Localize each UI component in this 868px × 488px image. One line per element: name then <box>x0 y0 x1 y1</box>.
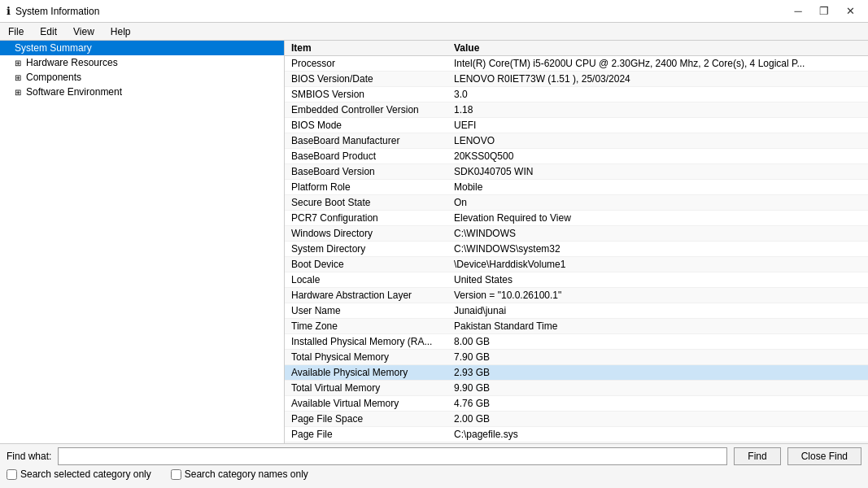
expand-icon-hardware: ⊞ <box>15 59 24 68</box>
table-cell-value: 4.76 GB <box>447 396 868 412</box>
table-row: Embedded Controller Version1.18 <box>285 102 868 118</box>
sidebar-label-software-environment: Software Environment <box>26 86 122 98</box>
table-cell-item: System Directory <box>285 242 447 257</box>
table-cell-item: BIOS Version/Date <box>285 72 447 87</box>
table-cell-value: 9.90 GB <box>447 381 868 396</box>
table-row: BaseBoard Product20KSS0Q500 <box>285 149 868 164</box>
table-cell-value: Elevation Required to View <box>447 211 868 226</box>
table-row: Available Physical Memory2.93 GB <box>285 365 868 381</box>
sidebar-item-system-summary[interactable]: System Summary <box>0 41 284 55</box>
table-cell-value: SDK0J40705 WIN <box>447 164 868 180</box>
checkbox-selected-category-label[interactable]: Search selected category only <box>7 468 151 480</box>
close-button[interactable]: ✕ <box>839 3 861 20</box>
table-cell-item: Hardware Abstraction Layer <box>285 288 447 303</box>
table-row: PCR7 ConfigurationElevation Required to … <box>285 211 868 226</box>
table-row: Page FileC:\pagefile.sys <box>285 427 868 442</box>
table-cell-value: LENOVO <box>447 133 868 149</box>
table-cell-value: 7.90 GB <box>447 350 868 365</box>
app-icon: ℹ <box>7 5 11 17</box>
table-row: Windows DirectoryC:\WINDOWS <box>285 226 868 242</box>
table-cell-item: Available Virtual Memory <box>285 396 447 412</box>
menu-help[interactable]: Help <box>103 23 139 40</box>
table-cell-item: BaseBoard Version <box>285 164 447 180</box>
table-cell-value: C:\pagefile.sys <box>447 427 868 442</box>
sidebar: System Summary ⊞ Hardware Resources ⊞ Co… <box>0 41 285 443</box>
table-cell-value: C:\WINDOWS <box>447 226 868 242</box>
table-cell-item: Time Zone <box>285 319 447 334</box>
table-row: User NameJunaid\junai <box>285 303 868 319</box>
table-cell-value: On <box>447 195 868 211</box>
sidebar-item-components[interactable]: ⊞ Components <box>0 70 284 85</box>
find-button[interactable]: Find <box>734 447 780 465</box>
minimize-button[interactable]: ─ <box>787 3 809 20</box>
checkbox-selected-category[interactable] <box>7 469 17 480</box>
table-cell-value: 3.0 <box>447 87 868 102</box>
table-cell-value: Mobile <box>447 180 868 195</box>
table-row: Total Physical Memory7.90 GB <box>285 350 868 365</box>
table-cell-item: Locale <box>285 272 447 288</box>
table-row: System DirectoryC:\WINDOWS\system32 <box>285 242 868 257</box>
find-input[interactable] <box>58 447 727 465</box>
table-cell-value: 1.18 <box>447 102 868 118</box>
close-find-button[interactable]: Close Find <box>787 447 861 465</box>
table-row: Total Virtual Memory9.90 GB <box>285 381 868 396</box>
table-cell-value: Junaid\junai <box>447 303 868 319</box>
table-row: Kernel DMA ProtectionOff <box>285 442 868 444</box>
window-title: System Information <box>15 6 99 17</box>
table-cell-item: Kernel DMA Protection <box>285 442 447 444</box>
checkbox-category-names-label[interactable]: Search category names only <box>171 468 308 480</box>
title-bar-left: ℹ System Information <box>7 5 99 17</box>
table-cell-item: SMBIOS Version <box>285 87 447 102</box>
table-cell-item: BIOS Mode <box>285 118 447 133</box>
checkbox-selected-category-text: Search selected category only <box>20 468 151 480</box>
expand-icon-software: ⊞ <box>15 88 24 97</box>
sidebar-item-software-environment[interactable]: ⊞ Software Environment <box>0 85 284 99</box>
menu-file[interactable]: File <box>0 23 32 40</box>
table-row: BIOS Version/DateLENOVO R0IET73W (1.51 )… <box>285 72 868 87</box>
table-cell-item: PCR7 Configuration <box>285 211 447 226</box>
table-row: Available Virtual Memory4.76 GB <box>285 396 868 412</box>
table-row: Hardware Abstraction LayerVersion = "10.… <box>285 288 868 303</box>
table-cell-value: 2.00 GB <box>447 412 868 427</box>
col-header-item: Item <box>285 41 447 56</box>
sidebar-label-hardware-resources: Hardware Resources <box>26 57 118 68</box>
sidebar-item-hardware-resources[interactable]: ⊞ Hardware Resources <box>0 55 284 70</box>
table-row: Boot Device\Device\HarddiskVolume1 <box>285 257 868 272</box>
table-cell-item: Page File <box>285 427 447 442</box>
table-row: BaseBoard VersionSDK0J40705 WIN <box>285 164 868 180</box>
system-info-table: Item Value ProcessorIntel(R) Core(TM) i5… <box>285 41 868 443</box>
table-row: Time ZonePakistan Standard Time <box>285 319 868 334</box>
table-row: Platform RoleMobile <box>285 180 868 195</box>
maximize-button[interactable]: ❐ <box>813 3 835 20</box>
table-row: Page File Space2.00 GB <box>285 412 868 427</box>
title-bar: ℹ System Information ─ ❐ ✕ <box>0 0 868 23</box>
table-row: BIOS ModeUEFI <box>285 118 868 133</box>
table-cell-value: LENOVO R0IET73W (1.51 ), 25/03/2024 <box>447 72 868 87</box>
table-row: ProcessorIntel(R) Core(TM) i5-6200U CPU … <box>285 56 868 72</box>
title-bar-controls: ─ ❐ ✕ <box>787 3 861 20</box>
table-cell-item: BaseBoard Manufacturer <box>285 133 447 149</box>
sidebar-label-system-summary: System Summary <box>15 42 92 54</box>
table-cell-item: Installed Physical Memory (RA... <box>285 334 447 350</box>
table-cell-item: Total Physical Memory <box>285 350 447 365</box>
col-header-value: Value <box>447 41 868 56</box>
table-cell-item: Boot Device <box>285 257 447 272</box>
menu-view[interactable]: View <box>65 23 103 40</box>
table-cell-item: Processor <box>285 56 447 72</box>
table-cell-item: BaseBoard Product <box>285 149 447 164</box>
table-cell-item: Platform Role <box>285 180 447 195</box>
table-cell-value: 2.93 GB <box>447 365 868 381</box>
bottom-bar: Find what: Find Close Find Search select… <box>0 443 868 488</box>
checkbox-category-names[interactable] <box>171 469 181 480</box>
table-cell-item: Secure Boot State <box>285 195 447 211</box>
table-cell-item: Embedded Controller Version <box>285 102 447 118</box>
table-cell-item: Available Physical Memory <box>285 365 447 381</box>
table-cell-value: C:\WINDOWS\system32 <box>447 242 868 257</box>
checkbox-row: Search selected category only Search cat… <box>7 468 861 480</box>
table-cell-item: Total Virtual Memory <box>285 381 447 396</box>
find-row: Find what: Find Close Find <box>7 447 861 465</box>
table-cell-value: \Device\HarddiskVolume1 <box>447 257 868 272</box>
table-cell-value: Pakistan Standard Time <box>447 319 868 334</box>
menu-edit[interactable]: Edit <box>32 23 65 40</box>
table-cell-value: 8.00 GB <box>447 334 868 350</box>
